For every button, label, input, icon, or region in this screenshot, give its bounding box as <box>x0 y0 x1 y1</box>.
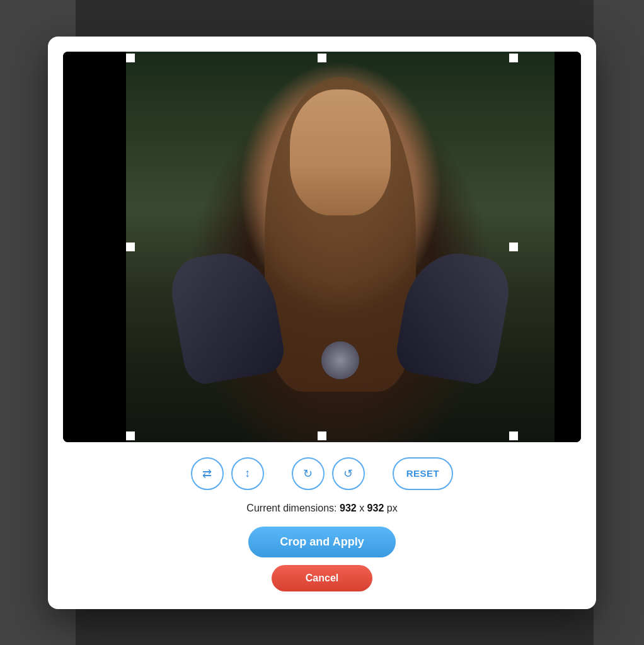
warrior-image <box>126 52 555 442</box>
controls-row: ⇄ ↕ ↻ ↺ RESET <box>63 457 581 490</box>
modal-overlay: ⇄ ↕ ↻ ↺ RESET Current dimensions: 932 x … <box>0 0 644 645</box>
rotate-ccw-icon: ↺ <box>343 467 353 481</box>
flip-horizontal-button[interactable]: ⇄ <box>191 457 224 490</box>
dimensions-unit: px <box>384 503 397 513</box>
rotate-ccw-button[interactable]: ↺ <box>332 457 365 490</box>
crop-modal: ⇄ ↕ ↻ ↺ RESET Current dimensions: 932 x … <box>48 37 596 609</box>
crop-apply-button[interactable]: Crop and Apply <box>248 527 395 557</box>
crop-handle-mid-left[interactable] <box>126 243 135 251</box>
flip-vertical-icon: ↕ <box>244 467 250 480</box>
flip-vertical-button[interactable]: ↕ <box>231 457 264 490</box>
dimensions-separator: x <box>357 503 367 513</box>
crop-handle-bottom-center[interactable] <box>318 431 326 440</box>
warrior-medallion <box>321 341 359 379</box>
crop-handle-top-center[interactable] <box>318 54 326 62</box>
flip-horizontal-icon: ⇄ <box>202 467 212 481</box>
crop-handle-top-right[interactable] <box>509 54 518 62</box>
dimensions-width: 932 <box>340 503 357 513</box>
crop-handle-bottom-right[interactable] <box>509 431 518 440</box>
rotate-cw-icon: ↻ <box>303 467 313 481</box>
crop-handle-top-left[interactable] <box>126 54 135 62</box>
dimensions-display: Current dimensions: 932 x 932 px <box>63 503 581 514</box>
crop-handle-mid-right[interactable] <box>509 243 518 251</box>
warrior-face <box>290 89 391 215</box>
dimensions-height: 932 <box>367 503 384 513</box>
dimensions-prefix: Current dimensions: <box>246 503 340 513</box>
rotate-cw-button[interactable]: ↻ <box>292 457 325 490</box>
image-crop-area[interactable] <box>63 52 581 442</box>
crop-handle-bottom-left[interactable] <box>126 431 135 440</box>
cancel-button[interactable]: Cancel <box>272 565 372 591</box>
reset-button[interactable]: RESET <box>393 457 454 490</box>
black-left-panel <box>63 52 126 442</box>
